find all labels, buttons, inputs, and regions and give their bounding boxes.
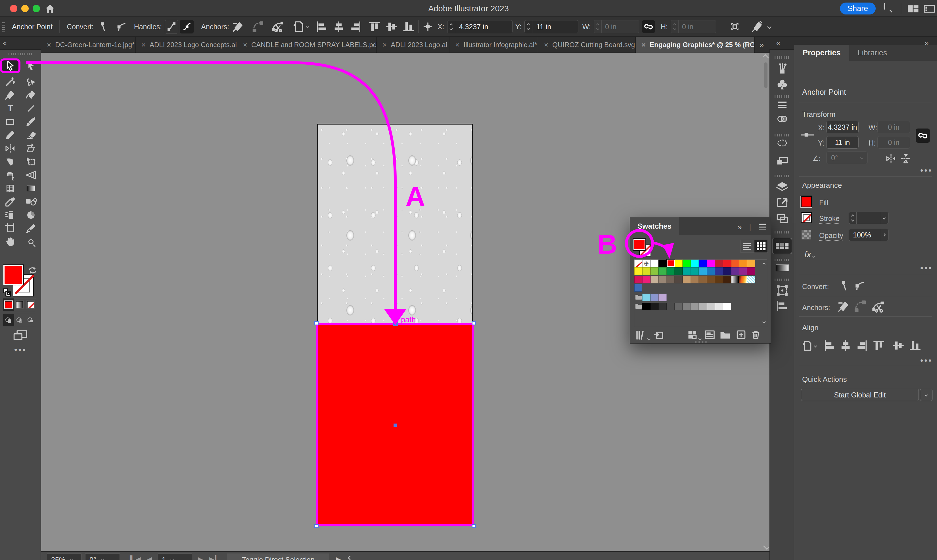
stroke-weight-stepper[interactable] <box>849 212 857 224</box>
rectangle-tool[interactable] <box>2 117 19 126</box>
dock-grip[interactable] <box>775 175 790 177</box>
swatch-registration[interactable]: ⊕ <box>642 260 650 267</box>
flip-horizontal-icon[interactable] <box>886 153 896 164</box>
swap-fill-stroke-icon[interactable] <box>28 266 37 275</box>
document-tab[interactable]: ×DC-Green-Lantern-1c.jpg* <box>41 37 136 53</box>
align-to-selection-button[interactable] <box>801 340 817 352</box>
start-global-edit-button[interactable]: Start Global Edit <box>801 389 919 401</box>
tab-close-icon[interactable]: × <box>455 41 459 49</box>
tab-close-icon[interactable]: × <box>544 41 548 49</box>
selection-tool[interactable] <box>0 58 20 73</box>
swatch[interactable] <box>699 276 707 283</box>
swatch[interactable] <box>723 276 731 283</box>
swatch[interactable] <box>675 303 682 310</box>
delete-swatch-icon[interactable] <box>750 330 761 340</box>
align-to-chevron-icon[interactable] <box>306 25 309 28</box>
swatch[interactable] <box>707 276 715 283</box>
swatch[interactable] <box>634 267 642 275</box>
graph-tool[interactable] <box>22 210 40 220</box>
tab-properties[interactable]: Properties <box>794 45 849 61</box>
cut-path-icon[interactable] <box>871 300 885 313</box>
new-color-group-icon[interactable] <box>719 330 731 340</box>
opacity-chevron-icon[interactable] <box>880 229 888 241</box>
swatches-panel-tab[interactable]: Swatches <box>630 217 679 235</box>
shear-tool[interactable] <box>22 143 40 153</box>
swatch[interactable] <box>642 303 650 310</box>
swatch[interactable] <box>675 260 682 267</box>
artboard-tool[interactable] <box>2 223 19 233</box>
new-swatch-icon[interactable] <box>736 330 747 340</box>
swatch[interactable] <box>691 267 699 275</box>
tab-close-icon[interactable]: × <box>641 41 646 49</box>
align-top-icon[interactable] <box>369 21 380 32</box>
fx-button[interactable]: fx <box>804 250 815 259</box>
hide-handles-toggle[interactable] <box>180 20 194 34</box>
smart-pen-chevron-icon[interactable] <box>767 25 772 29</box>
align-to-selection-icon[interactable] <box>292 20 305 33</box>
brushes-panel-icon[interactable] <box>770 62 794 75</box>
swatch[interactable] <box>675 276 682 283</box>
convert-to-corner-icon[interactable] <box>97 21 108 32</box>
document-tab[interactable]: ×ADLI 2023 Logo Concepts.ai <box>136 37 238 53</box>
eyedropper-tool[interactable] <box>2 197 19 206</box>
document-tab[interactable]: ×Engaging Graphics* @ 25 % (RG <box>636 37 755 53</box>
reference-point-icon[interactable] <box>423 22 433 32</box>
selection-handle[interactable] <box>472 321 476 325</box>
vertical-scrollbar[interactable] <box>764 62 767 88</box>
stroke-swatch[interactable] <box>801 212 812 223</box>
selection-handle[interactable] <box>314 321 319 325</box>
swatch[interactable] <box>682 303 690 310</box>
more-transform-options-icon[interactable]: ••• <box>920 169 933 172</box>
swatch[interactable] <box>642 294 650 301</box>
swatch[interactable] <box>682 276 690 283</box>
swatch[interactable] <box>715 260 723 267</box>
align-top-icon[interactable] <box>873 340 885 351</box>
swatch[interactable] <box>667 303 675 310</box>
draw-normal-mode-button[interactable] <box>3 314 14 326</box>
transform-options-icon[interactable] <box>729 20 741 33</box>
swatch[interactable] <box>650 276 658 283</box>
swatch[interactable] <box>691 276 699 283</box>
align-v-middle-icon[interactable] <box>893 340 904 351</box>
collapse-toolbar-icon[interactable]: « <box>3 39 7 47</box>
swatch[interactable] <box>715 303 723 310</box>
swatch[interactable] <box>691 260 699 267</box>
gradient-panel-icon[interactable] <box>770 265 794 271</box>
panel-dock-icon[interactable] <box>923 4 935 14</box>
fill-label[interactable]: Fill <box>819 198 828 207</box>
tab-libraries[interactable]: Libraries <box>849 45 896 61</box>
swatch[interactable] <box>739 267 747 275</box>
transparency-panel-icon[interactable] <box>770 116 794 122</box>
dock-grip[interactable] <box>775 278 790 281</box>
align-panel-icon[interactable] <box>770 300 794 311</box>
swatch[interactable] <box>731 260 739 267</box>
swatch-options-icon[interactable] <box>704 330 715 340</box>
swatch[interactable] <box>707 260 715 267</box>
dock-grip[interactable] <box>775 95 790 98</box>
hand-tool[interactable] <box>2 237 19 246</box>
draw-inside-mode-button[interactable] <box>25 314 36 326</box>
swatch[interactable] <box>650 294 658 301</box>
swatch[interactable] <box>682 267 690 275</box>
more-appearance-options-icon[interactable]: ••• <box>920 267 933 269</box>
expand-panels-icon[interactable]: « <box>776 39 781 47</box>
document-tab[interactable]: ×CANDLE and ROOM SPRAY LABELS.pdf <box>238 37 377 53</box>
swatch[interactable] <box>747 267 755 275</box>
swatch[interactable] <box>707 303 715 310</box>
change-screen-mode-icon[interactable] <box>13 329 28 342</box>
color-group-folder-icon[interactable] <box>634 303 642 310</box>
tab-close-icon[interactable]: × <box>243 41 247 49</box>
layers-panel-icon[interactable] <box>770 181 794 192</box>
width-tool[interactable] <box>2 157 19 166</box>
workspace-switcher-icon[interactable] <box>908 4 919 14</box>
convert-to-smooth-icon[interactable] <box>115 21 127 32</box>
align-h-center-icon[interactable] <box>840 340 851 351</box>
convert-to-corner-icon[interactable] <box>837 280 849 292</box>
align-left-icon[interactable] <box>824 340 835 351</box>
align-right-icon[interactable] <box>856 340 868 351</box>
x-input[interactable]: 4.3237 in <box>447 20 512 33</box>
artboard-number-select[interactable]: 1 <box>157 554 192 560</box>
tab-overflow-icon[interactable]: » <box>755 37 769 53</box>
stroke-panel-icon[interactable] <box>770 102 794 108</box>
swatch[interactable] <box>675 267 682 275</box>
